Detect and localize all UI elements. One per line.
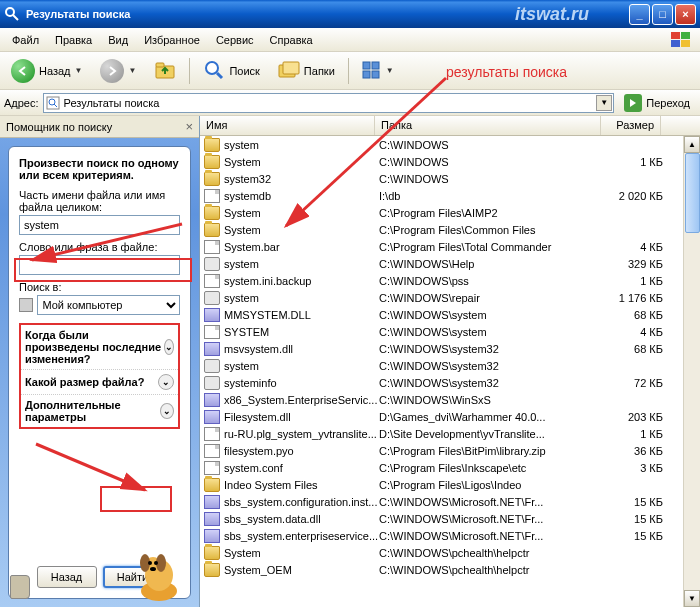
svg-rect-11	[283, 62, 299, 74]
file-name: msvsystem.dll	[224, 343, 379, 355]
scroll-up-button[interactable]: ▲	[684, 136, 700, 153]
file-row[interactable]: sbs_system.enterpriseservice...C:\WINDOW…	[200, 527, 700, 544]
file-path: C:\WINDOWS\system32	[379, 377, 605, 389]
dll-icon	[204, 495, 220, 509]
back-button[interactable]: Назад ▼	[4, 56, 89, 86]
windows-flag-icon	[666, 30, 696, 50]
dll-icon	[204, 342, 220, 356]
file-path: C:\WINDOWS\repair	[379, 292, 605, 304]
close-button[interactable]: ×	[675, 4, 696, 25]
column-name[interactable]: Имя	[200, 116, 375, 135]
file-row[interactable]: filesystem.pyoC:\Program Files\BitPim\li…	[200, 442, 700, 459]
file-path: I:\db	[379, 190, 605, 202]
file-row[interactable]: System_OEMC:\WINDOWS\pchealth\helpctr	[200, 561, 700, 578]
folder-icon	[204, 155, 220, 169]
vertical-scrollbar[interactable]: ▲ ▼	[683, 136, 700, 607]
file-name: MMSYSTEM.DLL	[224, 309, 379, 321]
file-name: system	[224, 258, 379, 270]
close-sidebar-button[interactable]: ×	[185, 119, 193, 134]
option-more-advanced[interactable]: Дополнительные параметры ⌄	[21, 395, 178, 427]
option-file-size[interactable]: Какой размер файла? ⌄	[21, 370, 178, 395]
file-row[interactable]: systemC:\WINDOWS	[200, 136, 700, 153]
magnifier-icon	[203, 59, 225, 83]
file-row[interactable]: system.confC:\Program Files\Inkscape\etc…	[200, 459, 700, 476]
menu-tools[interactable]: Сервис	[208, 31, 262, 49]
file-row[interactable]: system32C:\WINDOWS	[200, 170, 700, 187]
doc-icon	[204, 427, 220, 441]
file-size: 68 КБ	[605, 343, 663, 355]
dll-icon	[204, 410, 220, 424]
file-row[interactable]: Indeo System FilesC:\Program Files\Ligos…	[200, 476, 700, 493]
svg-point-8	[206, 62, 218, 74]
scroll-thumb[interactable]	[685, 153, 700, 233]
menu-help[interactable]: Справка	[262, 31, 321, 49]
chevron-down-icon: ▼	[386, 66, 394, 75]
file-row[interactable]: SystemC:\WINDOWS\pchealth\helpctr	[200, 544, 700, 561]
search-button[interactable]: Поиск	[196, 56, 266, 86]
scroll-down-button[interactable]: ▼	[684, 590, 700, 607]
file-row[interactable]: x86_System.EnterpriseServic...C:\WINDOWS…	[200, 391, 700, 408]
file-row[interactable]: SystemC:\Program Files\Common Files	[200, 221, 700, 238]
file-path: C:\WINDOWS\system	[379, 326, 605, 338]
folder-icon	[204, 138, 220, 152]
folders-button[interactable]: Папки	[271, 56, 342, 86]
file-row[interactable]: systemC:\WINDOWS\system32	[200, 357, 700, 374]
address-input[interactable]	[43, 93, 615, 113]
folders-icon	[278, 60, 300, 82]
svg-rect-4	[671, 40, 680, 47]
file-row[interactable]: msvsystem.dllC:\WINDOWS\system3268 КБ	[200, 340, 700, 357]
menu-view[interactable]: Вид	[100, 31, 136, 49]
address-dropdown[interactable]: ▼	[596, 95, 612, 111]
svg-point-26	[150, 567, 156, 571]
file-row[interactable]: systeminfoC:\WINDOWS\system3272 КБ	[200, 374, 700, 391]
file-row[interactable]: system.ini.backupC:\WINDOWS\pss1 КБ	[200, 272, 700, 289]
file-row[interactable]: SYSTEMC:\WINDOWS\system4 КБ	[200, 323, 700, 340]
minimize-button[interactable]: _	[629, 4, 650, 25]
file-row[interactable]: sbs_system.configuration.inst...C:\WINDO…	[200, 493, 700, 510]
up-button[interactable]	[147, 56, 183, 86]
filename-input[interactable]	[19, 215, 180, 235]
menu-file[interactable]: Файл	[4, 31, 47, 49]
file-name: x86_System.EnterpriseServic...	[224, 394, 379, 406]
file-row[interactable]: System.barC:\Program Files\Total Command…	[200, 238, 700, 255]
file-row[interactable]: ru-RU.plg_system_yvtranslite...D:\Site D…	[200, 425, 700, 442]
file-path: C:\WINDOWS\pchealth\helpctr	[379, 564, 605, 576]
file-row[interactable]: MMSYSTEM.DLLC:\WINDOWS\system68 КБ	[200, 306, 700, 323]
phrase-label: Слово или фраза в файле:	[19, 241, 180, 253]
file-path: C:\WINDOWS\WinSxS	[379, 394, 605, 406]
back-button[interactable]: Назад	[37, 566, 97, 588]
file-name: System	[224, 156, 379, 168]
lookin-select[interactable]: Мой компьютер	[37, 295, 180, 315]
forward-button[interactable]: ▼	[93, 56, 143, 86]
column-size[interactable]: Размер	[601, 116, 661, 135]
svg-rect-12	[363, 62, 370, 69]
file-size: 329 КБ	[605, 258, 663, 270]
option-when-modified[interactable]: Когда были произведены последние изменен…	[21, 325, 178, 370]
book-icon[interactable]	[10, 575, 30, 599]
phrase-input[interactable]	[19, 255, 180, 275]
option-when-label: Когда были произведены последние изменен…	[25, 329, 164, 365]
file-name: System	[224, 207, 379, 219]
search-dog-icon[interactable]	[131, 547, 187, 603]
views-button[interactable]: ▼	[355, 56, 401, 86]
menu-favorites[interactable]: Избранное	[136, 31, 208, 49]
file-row[interactable]: systemdbI:\db2 020 КБ	[200, 187, 700, 204]
folder-icon	[204, 223, 220, 237]
maximize-button[interactable]: □	[652, 4, 673, 25]
sidebar-header: Помощник по поиску ×	[0, 116, 199, 138]
file-row[interactable]: SystemC:\Program Files\AIMP2	[200, 204, 700, 221]
file-row[interactable]: Filesystem.dllD:\Games_dvi\Warhammer 40.…	[200, 408, 700, 425]
go-button[interactable]: Переход	[618, 93, 696, 113]
svg-line-1	[13, 15, 18, 20]
column-path[interactable]: Папка	[375, 116, 601, 135]
file-row[interactable]: systemC:\WINDOWS\repair1 176 КБ	[200, 289, 700, 306]
file-row[interactable]: systemC:\WINDOWS\Help329 КБ	[200, 255, 700, 272]
file-size: 68 КБ	[605, 309, 663, 321]
file-size: 203 КБ	[605, 411, 663, 423]
file-row[interactable]: sbs_system.data.dllC:\WINDOWS\Microsoft.…	[200, 510, 700, 527]
file-row[interactable]: SystemC:\WINDOWS1 КБ	[200, 153, 700, 170]
menu-edit[interactable]: Правка	[47, 31, 100, 49]
option-size-label: Какой размер файла?	[25, 376, 144, 388]
search-panel: Произвести поиск по одному или всем крит…	[8, 146, 191, 599]
svg-rect-7	[156, 63, 164, 67]
